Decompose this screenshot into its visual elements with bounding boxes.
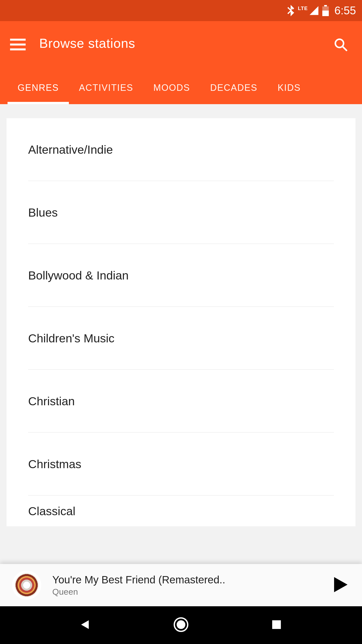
list-item[interactable]: Christian — [28, 370, 334, 433]
now-playing-artist: Queen — [52, 587, 320, 597]
album-art — [12, 571, 41, 600]
recent-button[interactable] — [266, 615, 287, 635]
status-bar-time: 6:55 — [334, 4, 356, 17]
tab-label: GENRES — [18, 83, 59, 93]
menu-icon — [10, 38, 26, 52]
search-button[interactable] — [329, 34, 352, 56]
svg-rect-10 — [272, 620, 281, 629]
svg-line-7 — [342, 46, 346, 50]
status-bar: LTE 6:55 — [0, 0, 362, 21]
tab-label: MOODS — [153, 83, 190, 93]
tab-moods[interactable]: MOODS — [143, 71, 200, 104]
list-item[interactable]: Children's Music — [28, 307, 334, 370]
svg-rect-3 — [10, 39, 26, 41]
list-item-label: Children's Music — [28, 331, 114, 345]
page-title: Browse stations — [39, 36, 135, 51]
search-icon — [334, 37, 348, 53]
tab-genres[interactable]: GENRES — [8, 71, 69, 104]
svg-rect-5 — [10, 49, 26, 51]
bluetooth-icon — [286, 5, 295, 16]
back-icon — [79, 618, 92, 632]
network-label: LTE — [298, 6, 308, 11]
back-button[interactable] — [75, 615, 96, 635]
list-item-label: Alternative/Indie — [28, 143, 113, 156]
list-item[interactable]: Blues — [28, 181, 334, 244]
list-item[interactable]: Classical — [28, 496, 334, 526]
status-bar-right: LTE 6:55 — [286, 4, 356, 17]
tabs: GENRES ACTIVITIES MOODS DECADES KIDS — [0, 71, 362, 104]
svg-rect-0 — [324, 5, 327, 7]
now-playing-text: You're My Best Friend (Remastered.. Quee… — [52, 574, 320, 597]
play-button[interactable] — [325, 571, 353, 599]
system-nav-bar — [0, 606, 362, 644]
list-item-label: Christian — [28, 394, 75, 408]
now-playing-bar[interactable]: You're My Best Friend (Remastered.. Quee… — [0, 564, 362, 606]
tab-label: KIDS — [278, 83, 301, 93]
list-item[interactable]: Christmas — [28, 433, 334, 496]
tab-activities[interactable]: ACTIVITIES — [69, 71, 143, 104]
home-icon — [173, 617, 189, 634]
app-bar: Browse stations GENRES ACTIVITIES MOODS … — [0, 21, 362, 104]
play-icon — [329, 575, 349, 596]
app-bar-main: Browse stations — [0, 21, 362, 71]
list-item[interactable]: Bollywood & Indian — [28, 244, 334, 307]
tab-label: DECADES — [210, 83, 257, 93]
list-item[interactable]: Alternative/Indie — [28, 118, 334, 181]
svg-rect-4 — [10, 44, 26, 46]
recent-icon — [271, 619, 282, 631]
svg-point-9 — [177, 620, 186, 629]
menu-button[interactable] — [10, 34, 33, 56]
now-playing-title: You're My Best Friend (Remastered.. — [52, 574, 320, 586]
genre-list: Alternative/Indie Blues Bollywood & Indi… — [7, 118, 355, 526]
content-area[interactable]: Alternative/Indie Blues Bollywood & Indi… — [0, 104, 362, 564]
battery-icon — [322, 5, 329, 16]
tab-label: ACTIVITIES — [79, 83, 133, 93]
signal-icon — [309, 5, 319, 16]
svg-rect-2 — [323, 11, 329, 16]
list-item-label: Bollywood & Indian — [28, 268, 129, 282]
tab-kids[interactable]: KIDS — [267, 71, 311, 104]
tab-decades[interactable]: DECADES — [200, 71, 267, 104]
list-item-label: Blues — [28, 206, 58, 219]
list-item-label: Classical — [28, 504, 75, 518]
list-item-label: Christmas — [28, 457, 81, 471]
home-button[interactable] — [171, 615, 191, 635]
